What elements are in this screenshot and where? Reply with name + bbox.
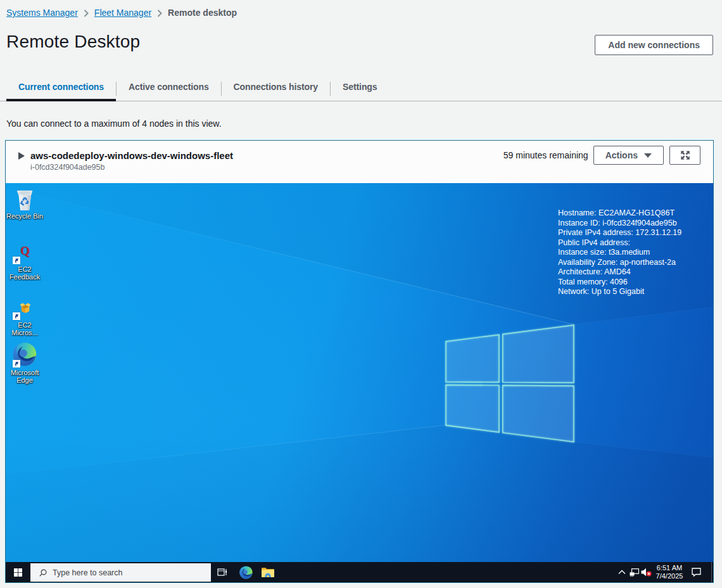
task-view-button[interactable]: [211, 562, 234, 582]
tray-volume-muted-icon[interactable]: [640, 568, 653, 577]
desktop-icon-microsoft-edge[interactable]: MicrosoftEdge: [6, 342, 45, 384]
task-view-icon: [217, 568, 227, 577]
tab-settings[interactable]: Settings: [331, 77, 389, 101]
breadcrumb: Systems Manager Fleet Manager Remote des…: [6, 8, 237, 18]
tray-network-icon[interactable]: [629, 568, 640, 577]
max-nodes-notice: You can connect to a maximum of 4 nodes …: [6, 118, 222, 129]
aws-console-page: Systems Manager Fleet Manager Remote des…: [0, 0, 722, 588]
add-new-connections-button[interactable]: Add new connections: [595, 35, 713, 55]
breadcrumb-link-fleet-manager[interactable]: Fleet Manager: [94, 8, 151, 18]
package-box-icon: [20, 302, 31, 314]
edge-logo-icon: [239, 566, 253, 579]
ec2-feedback-icon: Q: [20, 245, 30, 257]
action-center-icon[interactable]: [686, 568, 706, 577]
desktop-icon-ec2-feedback[interactable]: Q EC2Feedback: [6, 246, 45, 281]
show-desktop-button[interactable]: [711, 562, 713, 582]
remote-desktop-screen[interactable]: Recycle Bin Q EC2Feedback: [6, 183, 713, 582]
chevron-right-icon: [84, 10, 89, 17]
page-title: Remote Desktop: [6, 32, 140, 52]
connection-name: aws-codedeploy-windows-dev-windows-fleet: [30, 150, 233, 162]
breadcrumb-link-systems-manager[interactable]: Systems Manager: [6, 8, 78, 18]
recycle-bin-icon: [15, 190, 35, 211]
actions-button[interactable]: Actions: [593, 146, 664, 165]
file-explorer-icon: [261, 567, 275, 578]
windows-taskbar: Type here to search: [6, 562, 713, 582]
start-button[interactable]: [6, 562, 30, 582]
connection-instance-id: i-0fcd324f904ade95b: [30, 162, 233, 173]
search-icon: [39, 569, 47, 577]
taskbar-clock[interactable]: 6:51 AM 7/4/2025: [653, 564, 686, 581]
tab-active-connections[interactable]: Active connections: [117, 77, 221, 101]
breadcrumb-current: Remote desktop: [168, 8, 237, 18]
tray-chevron-up-icon[interactable]: [615, 570, 629, 575]
fullscreen-button[interactable]: [669, 146, 700, 165]
chevron-right-icon: [157, 10, 162, 17]
windows-start-icon: [14, 568, 22, 577]
connection-panel: aws-codedeploy-windows-dev-windows-fleet…: [5, 140, 714, 583]
shortcut-arrow-badge: [13, 312, 20, 320]
shortcut-arrow-badge: [13, 360, 20, 368]
shortcut-arrow-badge: [13, 257, 20, 264]
desktop-icon-recycle-bin[interactable]: Recycle Bin: [6, 190, 45, 220]
fullscreen-icon: [680, 150, 691, 161]
taskbar-edge-button[interactable]: [234, 562, 257, 582]
caret-down-icon: [644, 153, 652, 158]
tab-bar: Current connections Active connections C…: [0, 77, 722, 101]
connection-panel-header: aws-codedeploy-windows-dev-windows-fleet…: [6, 141, 713, 183]
system-tray: 6:51 AM 7/4/2025: [615, 562, 713, 582]
file-explorer-button[interactable]: [256, 562, 279, 582]
tab-connections-history[interactable]: Connections history: [222, 77, 330, 101]
desktop-icon-ec2-microsoft[interactable]: EC2Micros...: [6, 302, 45, 336]
expand-caret-icon[interactable]: [18, 152, 25, 160]
tab-current-connections[interactable]: Current connections: [6, 77, 116, 101]
time-remaining: 59 minutes remaining: [504, 150, 588, 160]
taskbar-search-box[interactable]: Type here to search: [30, 563, 211, 582]
instance-info-overlay: Hostname: EC2AMAZ-HG1Q86T Instance ID: i…: [558, 208, 681, 297]
